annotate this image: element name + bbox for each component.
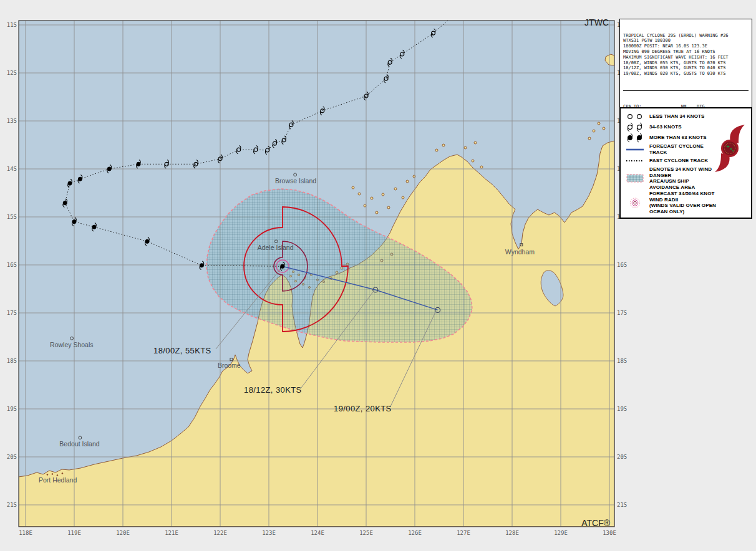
island	[435, 149, 438, 151]
lon-tick-label: 127E	[457, 530, 470, 536]
legend-item-label: 34-63 KNOTS	[649, 124, 682, 130]
info-line: 18/12Z, WINDS 030 KTS, GUSTS TO 040 KTS	[623, 65, 749, 71]
lat-tick-label-left: 17S	[7, 310, 17, 316]
lat-tick-label-right: 17S	[617, 310, 627, 316]
lon-tick-label: 121E	[165, 530, 178, 536]
lat-tick-label-left: 15S	[7, 214, 17, 220]
legend-label-line: FORECAST CYCLONE TRACK	[649, 143, 717, 155]
island	[474, 141, 477, 144]
island	[371, 197, 373, 199]
lat-tick-label-left: 21S	[7, 502, 17, 508]
legend-icon-radii	[624, 197, 646, 209]
lon-tick-label: 124E	[311, 530, 324, 536]
legend-label-line: PAST CYCLONE TRACK	[649, 158, 708, 164]
lat-tick-label-right: 18S	[617, 358, 627, 364]
legend-label-line: LESS THAN 34 KNOTS	[649, 113, 704, 120]
lat-tick-label-left: 12S	[7, 70, 17, 76]
island	[464, 146, 467, 149]
lat-tick-label-right: 21S	[617, 502, 627, 508]
legend-label-line: (WINDS VALID OVER OPEN OCEAN ONLY)	[649, 203, 717, 214]
island	[394, 188, 397, 190]
lon-tick-label: 118E	[19, 530, 32, 536]
lat-tick-label-left: 11S	[7, 22, 17, 28]
island	[598, 122, 600, 125]
island	[382, 193, 384, 196]
lat-tick-label-left: 13S	[7, 118, 17, 124]
legend-item: PAST CYCLONE TRACK	[624, 156, 717, 166]
info-line: MAXIMUM SIGNIFICANT WAVE HEIGHT: 16 FEET	[623, 55, 749, 60]
lat-tick-label-right: 19S	[617, 406, 627, 412]
legend-item: FORECAST CYCLONE TRACK	[624, 143, 717, 155]
lon-tick-label: 120E	[116, 530, 130, 536]
legend-icon-lt34	[624, 112, 646, 122]
legend-icon-k3463	[624, 122, 646, 132]
lon-tick-label: 130E	[603, 530, 616, 536]
lon-tick-label: 128E	[505, 530, 519, 536]
legend-item-label: LESS THAN 34 KNOTS	[649, 113, 704, 120]
town-marker	[47, 474, 49, 476]
island	[406, 180, 409, 183]
legend-item-label: FORECAST CYCLONE TRACK	[649, 143, 717, 155]
lon-tick-label: 123E	[262, 530, 276, 536]
island	[588, 137, 591, 140]
island	[603, 127, 605, 130]
info-line: TROPICAL CYCLONE 29S (ERROL) WARNING #26	[623, 33, 749, 39]
island	[402, 196, 404, 199]
lat-tick-label-left: 16S	[7, 262, 17, 268]
town-marker	[52, 473, 54, 475]
warning-text-block: TROPICAL CYCLONE 29S (ERROL) WARNING #26…	[623, 33, 749, 77]
island	[358, 193, 361, 195]
town-marker	[57, 474, 59, 476]
info-line: 18/00Z, WINDS 055 KTS, GUSTS TO 070 KTS	[623, 60, 749, 66]
legend-item-label: DENOTES 34 KNOT WIND DANGERAREA/USN SHIP…	[649, 166, 717, 190]
island	[376, 211, 378, 214]
legend-item-label: PAST CYCLONE TRACK	[649, 158, 708, 164]
info-line: 19/00Z, WINDS 020 KTS, GUSTS TO 030 KTS	[623, 71, 749, 77]
legend-label-line: MORE THAN 63 KNOTS	[649, 135, 707, 141]
jtwc-corner-label: JTWC	[584, 17, 609, 27]
island	[442, 144, 445, 146]
island	[472, 160, 474, 162]
island	[352, 186, 354, 189]
lat-tick-label-left: 20S	[7, 454, 17, 460]
legend-item: FORECAST 34/50/64 KNOT WIND RADII(WINDS …	[624, 191, 717, 214]
jtwc-seal-logo	[712, 125, 748, 172]
town-marker	[62, 472, 64, 474]
lon-tick-label: 122E	[213, 530, 227, 536]
legend-item: DENOTES 34 KNOT WIND DANGERAREA/USN SHIP…	[624, 166, 717, 190]
legend-item: MORE THAN 63 KNOTS	[624, 133, 717, 143]
legend-panel: LESS THAN 34 KNOTS34-63 KNOTSMORE THAN 6…	[619, 107, 752, 219]
legend-label-line: AREA/USN SHIP AVOIDANCE AREA	[649, 178, 717, 190]
legend-icon-past	[624, 156, 646, 166]
island	[480, 166, 483, 168]
info-line: MOVING 090 DEGREES TRUE AT 16 KNOTS	[623, 49, 749, 55]
island	[387, 206, 390, 209]
lat-tick-label-left: 14S	[7, 166, 17, 172]
lon-tick-label: 119E	[67, 530, 81, 536]
legend-label-line: FORECAST 34/50/64 KNOT WIND RADII	[649, 191, 717, 203]
lat-tick-label-right: 20S	[617, 454, 627, 460]
lat-tick-label-right: 16S	[617, 262, 627, 268]
lon-tick-label: 126E	[408, 530, 422, 536]
legend-item: LESS THAN 34 KNOTS	[624, 112, 717, 122]
lon-tick-label: 129E	[554, 530, 568, 536]
legend-icon-gt63	[624, 133, 646, 143]
info-line: WTXS31 PGTW 180300	[623, 38, 749, 44]
legend-item: 34-63 KNOTS	[624, 122, 717, 132]
legend-item-label: FORECAST 34/50/64 KNOT WIND RADII(WINDS …	[649, 191, 717, 214]
cyclone-warning-graphic: 118E119E120E121E122E123E124E125E126E127E…	[0, 0, 756, 551]
atcf-label: ATCF®	[581, 518, 611, 528]
info-line: 180000Z POSIT: NEAR 16.0S 123.3E	[623, 44, 749, 49]
lat-tick-label-left: 18S	[7, 358, 17, 364]
lat-tick-label-left: 19S	[7, 406, 17, 412]
legend-item-label: MORE THAN 63 KNOTS	[649, 135, 707, 141]
legend-icon-danger	[624, 173, 646, 184]
legend-label-line: DENOTES 34 KNOT WIND DANGER	[649, 166, 717, 178]
island	[364, 204, 366, 207]
island	[593, 130, 595, 132]
legend-icon-forecast	[624, 145, 646, 155]
lon-tick-label: 125E	[359, 530, 373, 536]
divider	[623, 90, 749, 91]
legend-label-line: 34-63 KNOTS	[649, 124, 682, 130]
